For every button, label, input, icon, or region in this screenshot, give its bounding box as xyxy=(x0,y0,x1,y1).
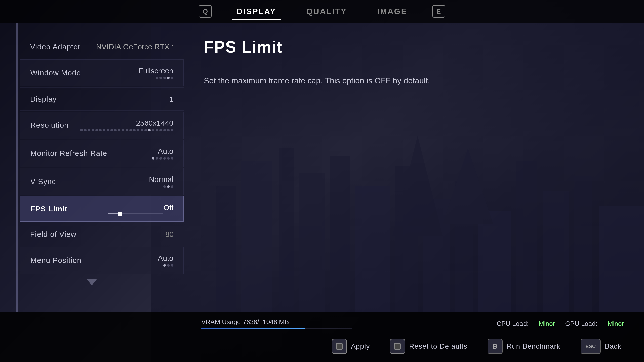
dot-filled xyxy=(152,157,154,160)
resolution-dots xyxy=(80,129,173,131)
back-label: Back xyxy=(605,342,621,350)
dot xyxy=(126,129,128,131)
top-nav-bar: Q DISPLAY QUALITY IMAGE E xyxy=(0,0,644,23)
detail-description: Set the maximum frame rate cap. This opt… xyxy=(204,74,430,87)
dot xyxy=(80,129,83,131)
bottom-buttons: Apply Reset to Defaults B Run Benchmark … xyxy=(0,331,644,362)
dot xyxy=(156,157,158,160)
tab-display[interactable]: DISPLAY xyxy=(232,4,281,19)
setting-value-area-vsync: Normal xyxy=(149,175,173,188)
setting-value-field-of-view: 80 xyxy=(165,230,174,239)
cpu-load-value: Minor xyxy=(539,320,555,328)
system-info-row: VRAM Usage 7638/11048 MB CPU Load: Minor… xyxy=(0,312,644,331)
setting-menu-position[interactable]: Menu Position Auto xyxy=(20,247,184,274)
setting-value-fps-limit: Off xyxy=(164,203,173,212)
nav-key-e[interactable]: E xyxy=(432,5,445,18)
setting-label-fps-limit: FPS Limit xyxy=(30,205,67,213)
slider-track xyxy=(108,213,163,214)
setting-label-display: Display xyxy=(30,95,57,103)
detail-panel: FPS Limit Set the maximum frame rate cap… xyxy=(184,23,644,362)
setting-label-vsync: V-Sync xyxy=(30,177,56,186)
dot xyxy=(171,77,173,79)
setting-display[interactable]: Display 1 xyxy=(20,87,184,111)
gpu-load-label: GPU Load: xyxy=(565,320,597,328)
setting-value-window-mode: Fullscreen xyxy=(139,67,173,75)
vram-progress-bar xyxy=(201,328,352,329)
bottom-bar: VRAM Usage 7638/11048 MB CPU Load: Minor… xyxy=(0,312,644,362)
dot xyxy=(137,129,139,131)
dot xyxy=(167,264,170,267)
setting-window-mode[interactable]: Window Mode Fullscreen xyxy=(20,59,184,86)
apply-label: Apply xyxy=(351,342,370,350)
svg-rect-16 xyxy=(336,343,342,349)
svg-rect-17 xyxy=(394,343,400,349)
monitor-refresh-dots xyxy=(152,157,173,160)
dot xyxy=(114,129,117,131)
setting-label-field-of-view: Field of View xyxy=(30,230,76,239)
setting-value-video-adapter: NVIDIA GeForce RTX : xyxy=(96,42,174,51)
setting-label-window-mode: Window Mode xyxy=(30,69,81,77)
reset-key-icon xyxy=(390,339,405,354)
dot xyxy=(171,129,173,131)
settings-panel: Video Adapter NVIDIA GeForce RTX : Windo… xyxy=(0,23,184,362)
setting-monitor-refresh-rate[interactable]: Monitor Refresh Rate Auto xyxy=(20,140,184,167)
setting-value-area-window-mode: Fullscreen xyxy=(139,67,173,79)
run-benchmark-label: Run Benchmark xyxy=(507,342,560,350)
dot xyxy=(156,129,158,131)
vsync-dots xyxy=(163,185,173,188)
scroll-down-arrow xyxy=(87,279,97,285)
dot xyxy=(159,129,162,131)
apply-button[interactable]: Apply xyxy=(324,335,377,358)
setting-label-resolution: Resolution xyxy=(30,121,69,129)
dot xyxy=(141,129,143,131)
dot xyxy=(171,185,173,188)
setting-field-of-view[interactable]: Field of View 80 xyxy=(20,223,184,246)
fps-limit-slider[interactable] xyxy=(108,213,173,214)
dot xyxy=(156,77,158,79)
settings-list: Video Adapter NVIDIA GeForce RTX : Windo… xyxy=(20,30,184,274)
setting-value-menu-position: Auto xyxy=(158,254,173,263)
setting-value-area-fps-limit: Off xyxy=(108,203,173,214)
dot-filled xyxy=(148,129,151,131)
tab-image[interactable]: IMAGE xyxy=(372,4,412,19)
setting-label-menu-position: Menu Position xyxy=(30,256,82,265)
dot xyxy=(92,129,94,131)
dot xyxy=(163,129,166,131)
window-mode-dots xyxy=(156,77,173,79)
vram-text: VRAM Usage 7638/11048 MB xyxy=(201,318,352,326)
apply-key-icon xyxy=(332,339,347,354)
tab-quality[interactable]: QUALITY xyxy=(301,4,352,19)
setting-value-monitor-refresh-rate: Auto xyxy=(158,147,173,156)
benchmark-key: B xyxy=(488,339,503,354)
dot xyxy=(159,157,162,160)
nav-key-q[interactable]: Q xyxy=(199,5,212,18)
menu-position-dots xyxy=(163,264,173,267)
dot xyxy=(118,129,120,131)
setting-value-area-monitor-refresh-rate: Auto xyxy=(152,147,173,160)
dot xyxy=(129,129,132,131)
run-benchmark-button[interactable]: B Run Benchmark xyxy=(480,335,568,358)
dot-filled xyxy=(167,185,170,188)
reset-defaults-button[interactable]: Reset to Defaults xyxy=(382,335,475,358)
gpu-load-value: Minor xyxy=(608,320,624,328)
vram-section: VRAM Usage 7638/11048 MB xyxy=(201,318,352,329)
setting-resolution[interactable]: Resolution 644x362 xyxy=(20,112,184,139)
dot xyxy=(107,129,109,131)
dot xyxy=(88,129,90,131)
back-button[interactable]: ESC Back xyxy=(573,335,629,358)
setting-value-area-display: 1 xyxy=(169,95,174,103)
setting-value-resolution: 644x362 xyxy=(136,119,173,127)
slider-thumb[interactable] xyxy=(118,212,122,216)
setting-fps-limit[interactable]: FPS Limit Off xyxy=(20,196,184,222)
setting-value-area-field-of-view: 80 xyxy=(165,230,174,239)
setting-video-adapter[interactable]: Video Adapter NVIDIA GeForce RTX : xyxy=(20,35,184,58)
dot xyxy=(159,77,162,79)
detail-divider xyxy=(204,64,624,64)
dot xyxy=(95,129,98,131)
setting-vsync[interactable]: V-Sync Normal xyxy=(20,168,184,195)
dot xyxy=(152,129,154,131)
reset-defaults-label: Reset to Defaults xyxy=(409,342,467,350)
dot xyxy=(163,77,166,79)
dot-filled xyxy=(167,77,170,79)
dot xyxy=(167,129,170,131)
